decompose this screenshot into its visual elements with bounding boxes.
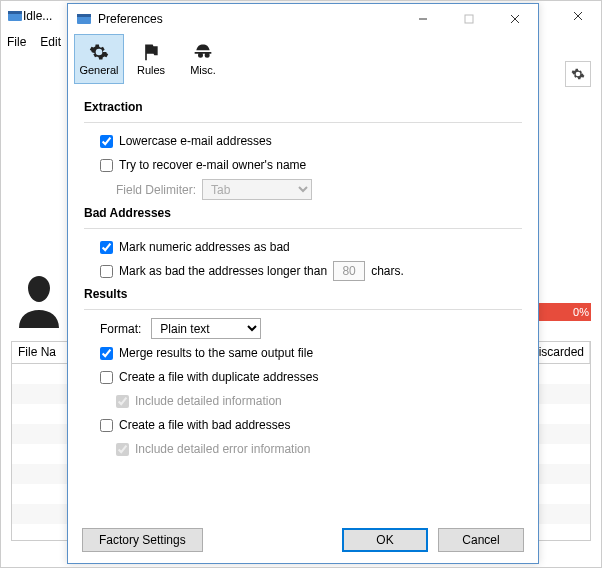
tab-label: Rules [137, 64, 165, 76]
ok-button[interactable]: OK [342, 528, 428, 552]
checkbox-mark-long[interactable] [100, 265, 113, 278]
tab-general[interactable]: General [74, 34, 124, 84]
checkbox-mark-numeric[interactable] [100, 241, 113, 254]
tab-label: Misc. [190, 64, 216, 76]
preferences-dialog: Preferences General Rules Misc. Extracti… [67, 3, 539, 564]
label-lowercase: Lowercase e-mail addresses [119, 134, 272, 148]
checkbox-lowercase[interactable] [100, 135, 113, 148]
cancel-button[interactable]: Cancel [438, 528, 524, 552]
section-bad-addresses: Bad Addresses [84, 206, 522, 220]
label-mark-long-pre: Mark as bad the addresses longer than [119, 264, 327, 278]
spy-icon [192, 42, 214, 62]
checkbox-merge[interactable] [100, 347, 113, 360]
label-bad-detail: Include detailed error information [135, 442, 310, 456]
select-field-delimiter: Tab [202, 179, 312, 200]
label-mark-long-post: chars. [371, 264, 404, 278]
checkbox-dup-detail [116, 395, 129, 408]
svg-rect-1 [8, 11, 22, 14]
app-icon [7, 8, 23, 24]
flag-icon [140, 42, 162, 62]
dialog-button-bar: Factory Settings OK Cancel [68, 517, 538, 563]
tab-misc[interactable]: Misc. [178, 34, 228, 84]
label-merge: Merge results to the same output file [119, 346, 313, 360]
select-format[interactable]: Plain text [151, 318, 261, 339]
label-dup-file: Create a file with duplicate addresses [119, 370, 318, 384]
input-long-chars [333, 261, 365, 281]
label-dup-detail: Include detailed information [135, 394, 282, 408]
main-title: Idle... [23, 9, 52, 23]
tab-label: General [79, 64, 118, 76]
checkbox-bad-detail [116, 443, 129, 456]
progress-text: 0% [573, 306, 589, 318]
user-icon [16, 276, 62, 328]
dialog-titlebar: Preferences [68, 4, 538, 34]
label-format: Format: [100, 322, 141, 336]
label-recover-name: Try to recover e-mail owner's name [119, 158, 306, 172]
app-icon [76, 11, 92, 27]
svg-rect-9 [465, 15, 473, 23]
preferences-toolbar: General Rules Misc. [68, 34, 538, 84]
label-mark-numeric: Mark numeric addresses as bad [119, 240, 290, 254]
gear-icon [571, 67, 585, 81]
dialog-maximize-button [446, 4, 492, 34]
tab-rules[interactable]: Rules [126, 34, 176, 84]
menu-file[interactable]: File [7, 35, 26, 49]
gear-icon [88, 42, 110, 62]
progress-bar: 0% [536, 303, 591, 321]
dialog-content: Extraction Lowercase e-mail addresses Tr… [68, 84, 538, 517]
checkbox-recover-name[interactable] [100, 159, 113, 172]
checkbox-bad-file[interactable] [100, 419, 113, 432]
label-field-delimiter: Field Delimiter: [116, 183, 196, 197]
col-filename[interactable]: File Na [12, 342, 72, 363]
section-extraction: Extraction [84, 100, 522, 114]
close-button[interactable] [555, 1, 601, 31]
settings-button[interactable] [565, 61, 591, 87]
checkbox-dup-file[interactable] [100, 371, 113, 384]
svg-rect-7 [77, 14, 91, 17]
label-bad-file: Create a file with bad addresses [119, 418, 290, 432]
dialog-minimize-button[interactable] [400, 4, 446, 34]
section-results: Results [84, 287, 522, 301]
dialog-close-button[interactable] [492, 4, 538, 34]
dialog-title: Preferences [98, 12, 163, 26]
menu-edit[interactable]: Edit [40, 35, 61, 49]
factory-settings-button[interactable]: Factory Settings [82, 528, 203, 552]
